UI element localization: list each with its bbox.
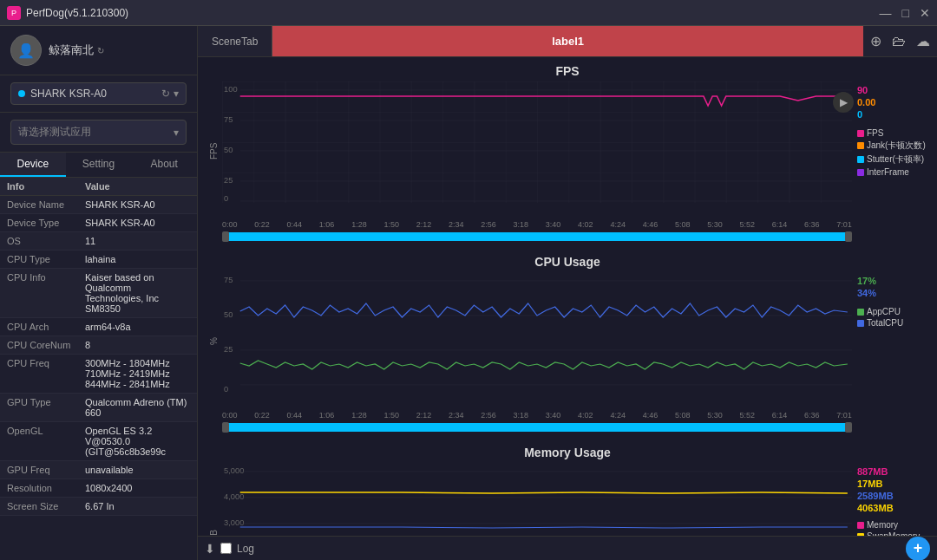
location-icon[interactable]: ⊕: [870, 33, 881, 49]
info-key: CPU CoreNum: [7, 340, 85, 350]
svg-rect-21: [222, 463, 852, 536]
memory-legend: 887MB 17MB 2589MB 4063MB Memory SwapMemo…: [852, 463, 930, 536]
tab-bar: Device Setting About: [0, 153, 197, 178]
toolbar-icons: ⊕ 🗁 ☁: [863, 33, 937, 49]
fps-legend: 90 0.00 0 FPS Jank(卡顿次数): [852, 81, 930, 220]
cpu-scrollbar-thumb: [222, 423, 852, 432]
memory-label: Memory: [867, 520, 898, 530]
device-status-dot: [18, 90, 25, 97]
device-selector[interactable]: SHARK KSR-A0 ↻ ▾: [10, 82, 187, 105]
info-row: Resolution1080x2400: [0, 479, 197, 498]
add-button[interactable]: +: [906, 537, 930, 561]
info-key: OS: [7, 236, 85, 246]
fps-handle-left[interactable]: [222, 231, 229, 242]
app-title: P PerfDog(v5.1.210300): [7, 6, 128, 20]
header-info: Info: [7, 181, 85, 192]
username: 鲸落南北: [49, 42, 94, 58]
svg-rect-1: [222, 81, 852, 203]
info-key: CPU Freq: [7, 358, 85, 368]
jank-dot: [857, 142, 864, 149]
label1-bar: label1: [272, 26, 863, 56]
log-checkbox[interactable]: [220, 543, 232, 554]
info-val: Qualcomm Adreno (TM) 660: [85, 397, 190, 418]
svg-text:50: 50: [224, 310, 233, 319]
refresh-icon[interactable]: ↻: [97, 46, 104, 55]
folder-icon[interactable]: 🗁: [892, 34, 906, 49]
header-value: Value: [85, 181, 190, 192]
cpu-legend-total: TotalCPU: [857, 318, 930, 328]
fps-y-axis: FPS: [205, 81, 222, 220]
info-val: 8: [85, 340, 190, 350]
fps-legend-label: FPS: [867, 128, 883, 138]
fps-scrollbar[interactable]: [222, 232, 852, 241]
tab-device[interactable]: Device: [0, 153, 66, 177]
info-val: Kaiser based on Qualcomm Technologies, I…: [85, 272, 190, 314]
svg-text:3,000: 3,000: [224, 518, 244, 527]
info-key: Device Type: [7, 218, 85, 228]
info-table-header: Info Value: [0, 178, 197, 196]
fps-handle-right[interactable]: [845, 231, 852, 242]
swap-val: 17MB: [857, 479, 930, 489]
fps-legend-interframe: InterFrame: [857, 167, 930, 177]
virtual-val: 2589MB: [857, 491, 930, 501]
svg-text:5,000: 5,000: [224, 466, 244, 475]
info-val: 11: [85, 236, 190, 246]
fps-play-button[interactable]: ▶: [833, 92, 854, 113]
info-row: CPU Archarm64-v8a: [0, 318, 197, 336]
info-val: SHARK KSR-A0: [85, 199, 190, 210]
close-button[interactable]: ✕: [920, 6, 930, 20]
fps-svg: 100 75 50 25 0: [222, 81, 852, 203]
app-cpu-dot: [857, 309, 864, 316]
charts-area: FPS FPS 100: [198, 57, 937, 536]
cpu-scrollbar[interactable]: [222, 423, 852, 432]
maximize-button[interactable]: □: [902, 6, 909, 20]
tab-setting[interactable]: Setting: [66, 153, 132, 177]
info-row: CPU InfoKaiser based on Qualcomm Technol…: [0, 269, 197, 318]
tab-about[interactable]: About: [131, 153, 197, 177]
app-dropdown-icon: ▾: [174, 127, 179, 139]
svg-text:50: 50: [224, 146, 233, 154]
cpu-handle-right[interactable]: [845, 422, 852, 433]
swap-dot: [857, 533, 864, 537]
info-table: Info Value Device NameSHARK KSR-A0Device…: [0, 178, 197, 560]
memory-dot: [857, 522, 864, 529]
info-val: OpenGL ES 3.2 V@0530.0 (GIT@56c8b3e99c: [85, 426, 190, 457]
info-val: 1080x2400: [85, 483, 190, 493]
app-selector[interactable]: 请选择测试应用 ▾: [10, 120, 187, 145]
memory-svg: 5,000 4,000 3,000 2,000 1,000 0: [222, 463, 852, 536]
cpu-handle-left[interactable]: [222, 422, 229, 433]
minimize-button[interactable]: —: [880, 6, 892, 20]
mem-legend-swap: SwapMemory: [857, 531, 930, 536]
bottom-bar: ⬇ Log +: [198, 536, 937, 560]
info-key: Resolution: [7, 483, 85, 493]
fps-legend-jank: Jank(卡顿次数): [857, 140, 930, 152]
info-key: CPU Info: [7, 272, 85, 283]
fps-legend-fps: FPS: [857, 128, 930, 138]
info-key: OpenGL: [7, 426, 85, 436]
device-dropdown-icon[interactable]: ▾: [174, 88, 179, 100]
svg-text:75: 75: [224, 276, 233, 284]
scene-tab-label: SceneTab: [198, 26, 272, 56]
right-panel: SceneTab label1 ⊕ 🗁 ☁ FPS FPS: [198, 26, 937, 560]
cpu-y-axis: %: [205, 272, 222, 411]
cpu-chart-inner: 75 50 25 0: [222, 272, 852, 411]
main-layout: 👤 鲸落南北 ↻ SHARK KSR-A0 ↻ ▾ 请选择测试应用 ▾: [0, 26, 937, 560]
app-placeholder: 请选择测试应用: [18, 125, 91, 140]
nav-down-icon[interactable]: ⬇: [205, 542, 215, 556]
user-meta: 鲸落南北 ↻: [49, 42, 104, 58]
log-label: Log: [237, 543, 254, 555]
memory-chart-section: Memory Usage MB 5,000 4,000 3,000 2,000 …: [198, 439, 937, 536]
info-row: CPU Freq300MHz - 1804MHz 710MHz - 2419MH…: [0, 355, 197, 394]
app-cpu-value: 17%: [857, 276, 930, 286]
device-refresh-icon[interactable]: ↻: [161, 88, 170, 100]
avatar: 👤: [10, 35, 42, 66]
chart-toolbar: SceneTab label1 ⊕ 🗁 ☁: [198, 26, 937, 57]
left-panel: 👤 鲸落南北 ↻ SHARK KSR-A0 ↻ ▾ 请选择测试应用 ▾: [0, 26, 198, 560]
stutter-legend-label: Stutter(卡顿率): [867, 153, 924, 166]
info-row: GPU TypeQualcomm Adreno (TM) 660: [0, 394, 197, 422]
mem-legend-memory: Memory: [857, 520, 930, 530]
app-section: 请选择测试应用 ▾: [0, 113, 197, 153]
cloud-icon[interactable]: ☁: [916, 33, 930, 49]
svg-rect-12: [222, 272, 852, 394]
swap-label: SwapMemory: [867, 531, 920, 536]
